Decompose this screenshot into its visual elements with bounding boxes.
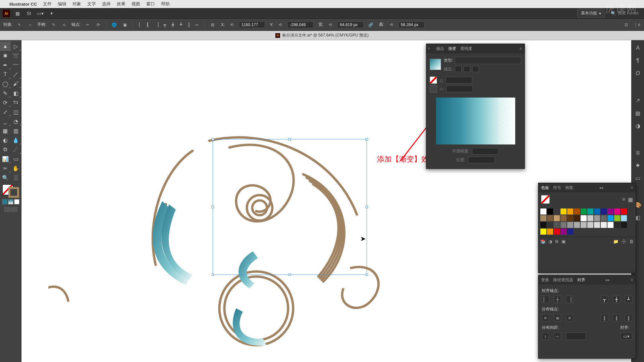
- gradient-tool-icon[interactable]: ◐: [0, 135, 11, 145]
- swatch-color[interactable]: [587, 222, 593, 228]
- arrange-icon[interactable]: ▭▾: [36, 9, 44, 17]
- menu-help[interactable]: 帮助: [161, 1, 170, 7]
- swatch-color[interactable]: [621, 222, 627, 228]
- swatch-color[interactable]: [594, 222, 600, 228]
- swatch-color[interactable]: [594, 215, 600, 221]
- swatch-color[interactable]: [540, 215, 546, 221]
- y-field[interactable]: -296.049: [287, 21, 314, 28]
- gradient-swap-icon[interactable]: [430, 85, 437, 93]
- none-mode-icon[interactable]: [14, 199, 19, 204]
- align-panel[interactable]: 变换 路径查找器 对齐 ▸▸ ≡ 对齐锚点: ▏ ┼ ▕ ┳ ╋ ┻ 分布锚点:…: [538, 275, 636, 359]
- dist-h-icon[interactable]: ║: [185, 21, 193, 28]
- handle-icon1[interactable]: ✎: [50, 21, 57, 28]
- align-left-btn[interactable]: ▏: [542, 296, 549, 303]
- bridge-icon[interactable]: ▦: [13, 9, 21, 17]
- lasso-tool-icon[interactable]: ➰: [11, 51, 21, 60]
- stroke-swatch[interactable]: [8, 187, 19, 198]
- opentype-panel-icon[interactable]: O: [634, 69, 642, 78]
- swatch-color[interactable]: [581, 208, 587, 215]
- brush-tool-icon[interactable]: 🖌: [11, 79, 21, 88]
- swatch-color[interactable]: [574, 215, 580, 221]
- stroke-grad-1-icon[interactable]: [455, 66, 462, 72]
- w-field[interactable]: 64.819 px: [337, 21, 364, 28]
- panel-menu-icon[interactable]: ≡: [520, 46, 522, 51]
- swatch-new-folder-icon[interactable]: 📁: [613, 239, 619, 244]
- link-xy2-icon[interactable]: ⟲: [277, 21, 284, 28]
- swatch-color[interactable]: [554, 208, 560, 215]
- swatch-color[interactable]: [547, 208, 553, 215]
- selection-tool-icon[interactable]: ▲: [0, 42, 11, 51]
- menu-file[interactable]: 文件: [43, 1, 52, 7]
- swatch-color[interactable]: [560, 215, 567, 221]
- perspective-tool-icon[interactable]: ▦: [0, 126, 11, 135]
- libraries-panel-icon[interactable]: ▤: [634, 109, 642, 117]
- link-xy-icon[interactable]: ⟲: [228, 21, 235, 28]
- paragraph-panel-icon[interactable]: ¶: [634, 56, 642, 65]
- handle-nw[interactable]: [212, 138, 214, 140]
- export-panel-icon[interactable]: ↗: [634, 96, 642, 105]
- eraser-tool-icon[interactable]: ◧: [11, 88, 21, 98]
- x-field[interactable]: 1160.177: [239, 21, 265, 28]
- h-field[interactable]: 58.284 px: [398, 21, 425, 28]
- swatch-color[interactable]: [601, 208, 607, 215]
- swatch-color[interactable]: [614, 208, 620, 215]
- menu-view[interactable]: 视图: [131, 1, 140, 7]
- swatch-color[interactable]: [594, 208, 600, 215]
- swatch-color[interactable]: [567, 229, 573, 235]
- swatch-grid-icon[interactable]: ▦: [628, 196, 633, 203]
- swatch-color[interactable]: [547, 229, 553, 235]
- anchor-corner-icon[interactable]: ⌐: [26, 21, 34, 28]
- search-box[interactable]: 🔍 搜索 Adobe: [608, 9, 641, 17]
- gradient-type-dropdown[interactable]: [455, 57, 521, 64]
- width-tool-icon[interactable]: ⎯: [0, 117, 11, 126]
- swatch-new-icon[interactable]: ➕: [621, 239, 627, 244]
- handle-s[interactable]: [288, 274, 291, 276]
- tab-symbols[interactable]: 符号: [553, 185, 561, 191]
- symbol-tool-icon[interactable]: ☄: [11, 145, 21, 154]
- spacing-field[interactable]: [566, 333, 586, 340]
- swatch-color[interactable]: [560, 208, 567, 215]
- swatch-color[interactable]: [554, 215, 560, 221]
- swatches-menu-icon[interactable]: ≡: [631, 185, 633, 190]
- print-tiling-tool-icon[interactable]: ░: [11, 173, 21, 182]
- align-vcenter-btn[interactable]: ╋: [613, 296, 620, 303]
- align-hcenter-btn[interactable]: ┼: [554, 296, 561, 303]
- color-mode-icon[interactable]: [2, 199, 7, 204]
- curvature-tool-icon[interactable]: 〰: [11, 60, 21, 70]
- menu-object[interactable]: 对象: [72, 1, 81, 7]
- tab-stroke[interactable]: 描边: [436, 46, 444, 52]
- free-transform-tool-icon[interactable]: ◫: [11, 107, 21, 117]
- swatch-color[interactable]: [621, 208, 627, 215]
- swatch-color[interactable]: [560, 222, 567, 228]
- swatch-color[interactable]: [540, 229, 546, 235]
- swatch-color[interactable]: [601, 215, 607, 221]
- line-tool-icon[interactable]: ／: [11, 70, 21, 79]
- handle-w[interactable]: [212, 206, 214, 208]
- stroke-grad-3-icon[interactable]: [472, 66, 479, 72]
- align-bottom-btn[interactable]: ┻: [625, 296, 632, 303]
- asset-panel-icon[interactable]: ♣: [634, 161, 642, 170]
- link-wh-icon[interactable]: ⟲: [327, 21, 334, 28]
- swatch-options-icon[interactable]: ⚙: [555, 239, 559, 244]
- swatch-fill-stroke-icon[interactable]: [541, 195, 550, 204]
- dist-vcenter-btn[interactable]: ≣: [554, 314, 561, 321]
- align-mid-icon[interactable]: ╋: [169, 21, 176, 28]
- ref-point-icon[interactable]: ⊞: [209, 21, 216, 28]
- layers-panel-icon[interactable]: ≣: [634, 148, 642, 157]
- dist-vspace-btn[interactable]: ↕: [542, 333, 549, 340]
- align-right-btn[interactable]: ▕: [566, 296, 573, 303]
- artboard-tool-icon[interactable]: ▭: [11, 154, 21, 164]
- gradient-none-icon[interactable]: [430, 76, 437, 84]
- menu-effect[interactable]: 效果: [117, 1, 125, 7]
- graph-tool-icon[interactable]: 📊: [0, 154, 11, 164]
- swatch-color[interactable]: [621, 215, 627, 221]
- swatch-color[interactable]: [574, 208, 580, 215]
- handle-se[interactable]: [366, 274, 368, 276]
- dist-bottom-btn[interactable]: ≡: [566, 314, 573, 321]
- selection-bounding-box[interactable]: [213, 139, 367, 275]
- swatch-color[interactable]: [554, 229, 560, 235]
- appearance-panel-icon[interactable]: ◑: [634, 121, 642, 130]
- tab-pathfinder[interactable]: 路径查找器: [553, 277, 573, 283]
- align-to-dropdown[interactable]: ▭▾: [620, 333, 632, 340]
- gradient-preview-swatch[interactable]: [430, 59, 441, 70]
